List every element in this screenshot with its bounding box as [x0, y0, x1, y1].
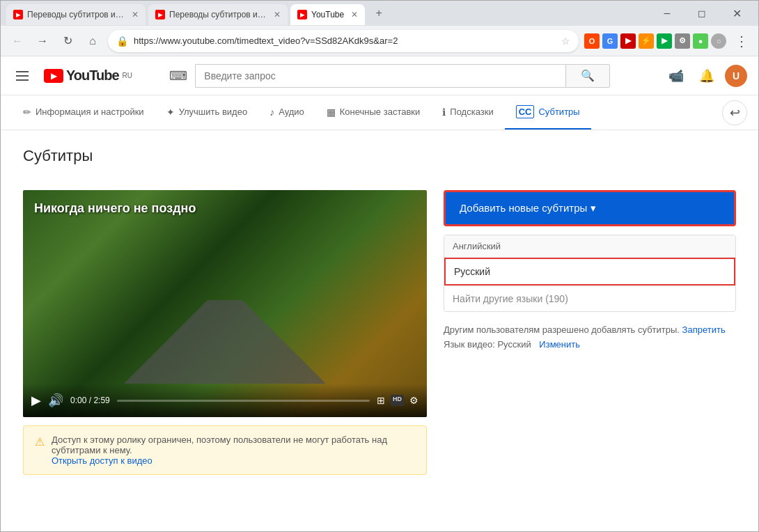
language-header: Английский: [444, 235, 735, 258]
warning-content: Доступ к этому ролику ограничен, поэтому…: [52, 435, 415, 466]
ext4-icon[interactable]: ▶: [657, 33, 672, 49]
video-lang-label: Язык видео:: [444, 339, 495, 350]
tab-endscreens-label: Конечные заставки: [340, 107, 421, 117]
tab1-close[interactable]: ✕: [132, 10, 139, 19]
permission-text: Другим пользователям разрешено добавлять…: [444, 324, 680, 335]
search-input[interactable]: [195, 64, 565, 88]
title-bar: ▶ Переводы субтитров и метадан... ✕ ▶ Пе…: [1, 1, 758, 26]
tab-2[interactable]: ▶ Переводы субтитров и метадан... ✕: [148, 4, 288, 25]
tab2-favicon: ▶: [155, 10, 165, 19]
home-button[interactable]: ⌂: [83, 31, 102, 51]
browser-window: ▶ Переводы субтитров и метадан... ✕ ▶ Пе…: [0, 0, 759, 532]
tab-info-label: Информация и настройки: [36, 107, 144, 117]
back-button[interactable]: ←: [8, 31, 27, 51]
window-controls: – ◻ ✕: [651, 6, 753, 20]
tab-subtitles-label: Субтитры: [538, 107, 579, 117]
warning-icon: ⚠: [35, 435, 45, 448]
tab-improve-label: Улучшить видео: [179, 107, 248, 117]
content-row: Никогда ничего не поздно ▶ 🔊 0:00 / 2:59: [23, 190, 736, 475]
youtube-logo[interactable]: ▶ YouTubeRU: [44, 68, 132, 84]
play-button[interactable]: ▶: [31, 393, 41, 408]
lock-icon: 🔒: [116, 36, 128, 47]
tab3-label: YouTube: [311, 10, 344, 19]
video-progress[interactable]: [117, 400, 370, 402]
tab-info[interactable]: ✏ Информация и настройки: [12, 97, 155, 129]
youtube-logo-icon: ▶: [44, 69, 63, 83]
video-container: Никогда ничего не поздно ▶ 🔊 0:00 / 2:59: [23, 190, 427, 475]
ext5-icon[interactable]: ⚙: [675, 33, 690, 49]
star-icon: ☆: [561, 36, 570, 47]
subtitles-ctrl-icon[interactable]: ⊞: [377, 395, 385, 406]
restrict-link[interactable]: Запретить: [682, 324, 726, 335]
youtube-logo-text: YouTube: [66, 68, 119, 84]
hamburger-menu[interactable]: [12, 67, 33, 85]
hd-badge: HD: [391, 395, 404, 406]
bottom-info: Другим пользователям разрешено добавлять…: [444, 323, 736, 352]
video-player[interactable]: Никогда ничего не поздно ▶ 🔊 0:00 / 2:59: [23, 190, 427, 417]
add-subtitles-button[interactable]: Добавить новые субтитры ▾: [444, 190, 736, 226]
section-title: Субтитры: [23, 147, 736, 165]
tab3-close[interactable]: ✕: [351, 10, 358, 19]
tab1-label: Переводы субтитров и метадан...: [27, 10, 125, 19]
video-camera-icon[interactable]: 📹: [664, 63, 689, 88]
video-lang-value: Русский: [497, 339, 531, 350]
reload-button[interactable]: ↻: [58, 31, 77, 51]
minimize-button[interactable]: –: [651, 6, 683, 20]
youtube-country: RU: [123, 72, 132, 79]
video-time: 0:00 / 2:59: [70, 396, 110, 405]
sparkle-icon: ✦: [166, 107, 175, 118]
studio-tabs: ✏ Информация и настройки ✦ Улучшить виде…: [1, 95, 758, 130]
change-lang-link[interactable]: Изменить: [539, 339, 580, 350]
close-button[interactable]: ✕: [721, 6, 753, 20]
tab2-close[interactable]: ✕: [274, 10, 281, 19]
video-title: Никогда ничего не поздно: [34, 201, 196, 216]
back-to-studio[interactable]: ↩: [722, 100, 747, 125]
menu-icon[interactable]: ⋮: [732, 31, 751, 51]
address-input[interactable]: 🔒 https://www.youtube.com/timedtext_vide…: [108, 30, 579, 52]
video-right-controls: ⊞ HD ⚙: [377, 395, 418, 406]
find-other-languages[interactable]: Найти другие языки (190): [444, 285, 735, 311]
tab-subtitles[interactable]: CC Субтитры: [505, 95, 591, 130]
tab3-favicon: ▶: [297, 10, 307, 19]
tab-3[interactable]: ▶ YouTube ✕: [290, 4, 365, 25]
tab1-favicon: ▶: [13, 10, 23, 19]
ext1-icon[interactable]: G: [602, 33, 618, 49]
forward-button[interactable]: →: [33, 31, 52, 51]
tab-hints[interactable]: ℹ Подсказки: [431, 97, 504, 129]
header-right: 📹 🔔 U: [664, 63, 747, 88]
road-visual: [124, 300, 326, 384]
keyboard-icon[interactable]: ⌨: [164, 64, 192, 88]
maximize-button[interactable]: ◻: [686, 6, 718, 20]
ext3-icon[interactable]: ⚡: [639, 33, 654, 49]
search-button[interactable]: 🔍: [565, 64, 610, 88]
opera-icon[interactable]: O: [584, 33, 600, 49]
notification-icon[interactable]: 🔔: [694, 63, 719, 88]
open-access-link[interactable]: Открыть доступ к видео: [52, 455, 152, 466]
youtube-header: ▶ YouTubeRU ⌨ 🔍 📹 🔔 U: [1, 56, 758, 95]
volume-button[interactable]: 🔊: [48, 393, 63, 408]
tab-audio-label: Аудио: [279, 107, 304, 117]
ext7-icon[interactable]: ○: [711, 33, 726, 49]
extension-icons: O G ▶ ⚡ ▶ ⚙ ● ○: [584, 33, 726, 49]
tab-audio[interactable]: ♪ Аудио: [258, 97, 315, 129]
warning-text: Доступ к этому ролику ограничен, поэтому…: [52, 435, 387, 455]
user-avatar[interactable]: U: [725, 65, 747, 87]
tab-improve[interactable]: ✦ Улучшить видео: [155, 97, 259, 129]
ext2-icon[interactable]: ▶: [620, 33, 636, 49]
tab2-label: Переводы субтитров и метадан...: [169, 10, 267, 19]
music-icon: ♪: [269, 107, 274, 118]
endscreen-icon: ▦: [327, 107, 336, 118]
language-dropdown: Английский Русский Найти другие языки (1…: [444, 235, 736, 312]
url-text: https://www.youtube.com/timedtext_video?…: [134, 36, 556, 46]
main-content: Субтитры Никогда ничего не поздно ▶ 🔊: [1, 130, 758, 492]
ext6-icon[interactable]: ●: [693, 33, 708, 49]
settings-ctrl-icon[interactable]: ⚙: [409, 395, 418, 406]
tab-endscreens[interactable]: ▦ Конечные заставки: [315, 97, 432, 129]
tab-1[interactable]: ▶ Переводы субтитров и метадан... ✕: [6, 4, 146, 25]
tab-hints-label: Подсказки: [450, 107, 493, 117]
cc-icon: CC: [516, 105, 535, 118]
new-tab-button[interactable]: +: [370, 5, 387, 22]
search-wrap: ⌨ 🔍: [164, 64, 610, 88]
russian-language-item[interactable]: Русский: [444, 258, 735, 285]
pencil-icon: ✏: [23, 107, 31, 118]
